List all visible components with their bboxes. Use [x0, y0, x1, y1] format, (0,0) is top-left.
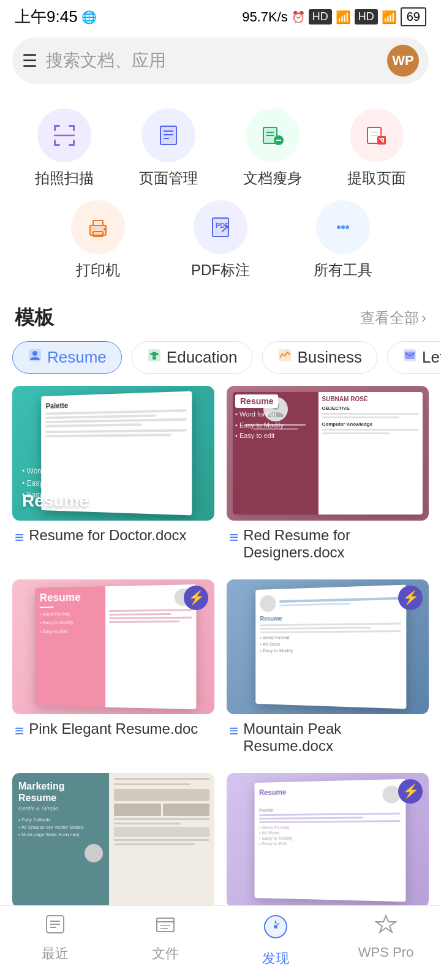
- template-thumb-doctor: Palette Resume • Word Format• Easy to Mo…: [12, 386, 214, 521]
- template-thumb-mountain: Resume • Word Format • All Sizes • Easy …: [227, 579, 429, 714]
- svg-rect-26: [93, 221, 103, 225]
- template-name-doctor: ≡ Resume for Doctor.docx: [12, 527, 214, 553]
- template-name-mountain: ≡ Mountain Peak Resume.docx: [227, 720, 429, 761]
- nav-files[interactable]: 文件: [129, 913, 202, 968]
- templates-header: 模板 查看全部 ›: [0, 298, 441, 341]
- premium-icon: ⚡: [398, 779, 423, 804]
- template-thumb-marketing: MarketingResume Gentle & Simple • Fully …: [12, 773, 214, 908]
- printer-icon: [71, 200, 125, 254]
- extract-icon: [350, 108, 404, 162]
- scan-label: 拍照扫描: [35, 168, 94, 188]
- template-thumb-pink: Resume • Word Format• Easy to Modify• Ea…: [12, 579, 214, 714]
- tools-row2: 打印机 PDF PDF标注 所有工具: [0, 194, 441, 286]
- template-name-pink: ≡ Pink Elegant Resume.doc: [12, 720, 214, 747]
- category-tabs: Resume Education Business: [0, 341, 441, 386]
- tool-page-manage[interactable]: 页面管理: [116, 108, 221, 188]
- svg-rect-41: [405, 352, 415, 359]
- pdf-mark-label: PDF标注: [191, 260, 250, 280]
- premium-icon: ⚡: [398, 586, 423, 610]
- files-icon: [154, 913, 176, 941]
- template-mountain-peak[interactable]: Resume • Word Format • All Sizes • Easy …: [227, 579, 429, 761]
- nav-recent[interactable]: 最近: [18, 913, 92, 968]
- business-tab-icon: [277, 348, 292, 367]
- discover-icon: [262, 913, 289, 946]
- tab-letter[interactable]: Letter: [387, 341, 441, 374]
- nav-recent-label: 最近: [42, 944, 69, 963]
- all-tools-label: 所有工具: [314, 260, 372, 280]
- all-tools-icon: [316, 200, 370, 254]
- svg-rect-48: [157, 918, 174, 932]
- menu-icon[interactable]: ☰: [22, 51, 37, 71]
- template-resume-doctor[interactable]: Palette Resume • Word Format• Easy to Mo…: [12, 386, 214, 567]
- nav-wps-pro[interactable]: WPS Pro: [349, 913, 423, 968]
- page-manage-icon: [141, 108, 195, 162]
- status-bar: 上午9:45 🌐 95.7K/s ⏰ HD 📶 HD 📶 69: [0, 0, 441, 31]
- wps-pro-icon: [375, 913, 397, 941]
- tools-row1: 拍照扫描 页面管理: [0, 102, 441, 194]
- svg-rect-1: [54, 125, 56, 131]
- template-thumb-red: SUBNAM ROSE OBJECTIVE Computer Knowledge…: [227, 386, 429, 521]
- svg-rect-7: [73, 140, 75, 146]
- template-thumb-purple: Resume Palette • Word Format• All Sizes•…: [227, 773, 429, 908]
- nav-files-label: 文件: [152, 944, 179, 963]
- letter-tab-icon: [402, 348, 417, 367]
- resume-tab-icon: [28, 348, 42, 367]
- template-grid: Palette Resume • Word Format• Easy to Mo…: [0, 386, 441, 980]
- template-name-red: ≡ Red Resume for Designers.docx: [227, 527, 429, 567]
- tool-printer[interactable]: 打印机: [37, 200, 159, 280]
- education-tab-icon: [147, 348, 162, 367]
- template-pink-elegant[interactable]: Resume • Word Format• Easy to Modify• Ea…: [12, 579, 214, 761]
- scan-icon: [37, 108, 91, 162]
- slim-label: 文档瘦身: [243, 168, 302, 188]
- nav-discover-label: 发现: [262, 949, 289, 968]
- premium-icon: ⚡: [184, 586, 208, 610]
- tab-business[interactable]: Business: [262, 341, 377, 374]
- svg-rect-5: [54, 140, 56, 146]
- page-manage-label: 页面管理: [139, 168, 198, 188]
- recent-icon: [44, 913, 66, 941]
- tool-extract[interactable]: 提取页面: [325, 108, 429, 188]
- tool-all-tools[interactable]: 所有工具: [282, 200, 404, 280]
- svg-point-34: [345, 225, 349, 229]
- user-avatar[interactable]: WP: [387, 45, 419, 77]
- svg-point-28: [104, 228, 106, 230]
- template-red-resume[interactable]: SUBNAM ROSE OBJECTIVE Computer Knowledge…: [227, 386, 429, 567]
- tab-resume[interactable]: Resume: [12, 341, 122, 374]
- view-all-button[interactable]: 查看全部 ›: [360, 308, 426, 328]
- status-time: 上午9:45 🌐: [15, 6, 97, 28]
- svg-point-33: [341, 225, 345, 229]
- printer-label: 打印机: [76, 260, 120, 280]
- slim-icon: [246, 108, 300, 162]
- svg-rect-24: [90, 225, 106, 235]
- tool-slim[interactable]: 文档瘦身: [221, 108, 325, 188]
- svg-marker-55: [376, 916, 396, 932]
- search-input[interactable]: 搜索文档、应用: [46, 49, 379, 72]
- svg-point-36: [32, 351, 37, 356]
- extract-label: 提取页面: [347, 168, 406, 188]
- tools-section: 拍照扫描 页面管理: [0, 96, 441, 298]
- tab-education[interactable]: Education: [132, 341, 253, 374]
- nav-discover[interactable]: 发现: [239, 913, 312, 968]
- status-indicators: 95.7K/s ⏰ HD 📶 HD 📶 69: [242, 7, 426, 26]
- nav-wps-pro-label: WPS Pro: [358, 944, 413, 960]
- svg-point-32: [337, 225, 341, 229]
- bottom-nav: 最近 文件 发现: [0, 905, 441, 980]
- tool-scan[interactable]: 拍照扫描: [12, 108, 116, 188]
- pdf-mark-icon: PDF: [194, 200, 247, 254]
- svg-rect-3: [73, 125, 75, 131]
- tool-pdf-mark[interactable]: PDF PDF标注: [159, 200, 282, 280]
- svg-rect-38: [153, 356, 156, 360]
- search-bar[interactable]: ☰ 搜索文档、应用 WP: [12, 37, 429, 84]
- templates-title: 模板: [15, 304, 54, 331]
